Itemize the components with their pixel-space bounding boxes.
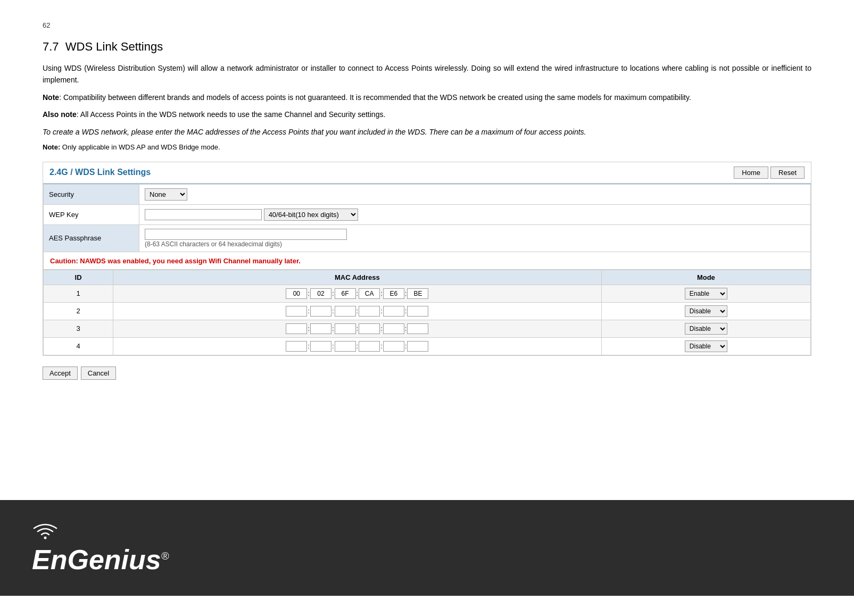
mac-octet-input[interactable]	[359, 341, 380, 352]
mac-table-row: 2:::::EnableDisable	[44, 302, 811, 320]
mac-octet-input[interactable]	[407, 323, 428, 334]
mac-separator: :	[356, 289, 359, 297]
caution-row: Caution: NAWDS was enabled, you need ass…	[43, 252, 811, 270]
page-number: 62	[43, 21, 811, 29]
section-title: 7.7 WDS Link Settings	[43, 40, 811, 54]
reset-button[interactable]: Reset	[770, 167, 805, 179]
mac-address-table: ID MAC Address Mode 1:::::EnableDisable2…	[43, 270, 811, 355]
note2-text: : All Access Points in the WDS network n…	[77, 110, 386, 119]
intro-paragraph: Using WDS (Wireless Distribution System)…	[43, 62, 811, 86]
header-buttons: Home Reset	[734, 167, 805, 179]
mac-octet-input[interactable]	[310, 341, 331, 352]
svg-point-0	[44, 536, 47, 539]
accept-button[interactable]: Accept	[43, 367, 78, 380]
mac-octet-input[interactable]	[286, 323, 307, 334]
mac-octets-cell: :::::	[113, 320, 602, 337]
mac-separator: :	[332, 342, 334, 350]
aes-input[interactable]	[145, 229, 347, 240]
security-label: Security	[44, 184, 139, 204]
mac-octet-input[interactable]	[310, 288, 331, 299]
smallnote-text: Only applicable in WDS AP and WDS Bridge…	[60, 143, 220, 151]
mac-octet-input[interactable]	[407, 306, 428, 317]
mac-separator: :	[332, 289, 334, 297]
mac-separator: :	[405, 342, 407, 350]
mac-table-header: ID MAC Address Mode	[44, 270, 811, 285]
mac-octet-input[interactable]	[383, 341, 404, 352]
mac-separator: :	[356, 324, 359, 332]
mac-octet-input[interactable]	[383, 306, 404, 317]
panel-header: 2.4G / WDS Link Settings Home Reset	[43, 162, 811, 184]
wep-label: WEP Key	[44, 204, 139, 224]
col-id: ID	[44, 270, 113, 285]
col-mac: MAC Address	[113, 270, 602, 285]
section-number: 7.7	[43, 40, 59, 53]
home-button[interactable]: Home	[734, 167, 768, 179]
mac-octet-input[interactable]	[286, 288, 307, 299]
mac-octet-input[interactable]	[335, 341, 356, 352]
smallnote-bold: Note:	[43, 143, 60, 151]
mac-octet-input[interactable]	[359, 288, 380, 299]
mac-separator: :	[308, 307, 310, 315]
mac-octet-input[interactable]	[286, 306, 307, 317]
footer: EnGenius®	[0, 500, 854, 596]
mode-select[interactable]: EnableDisable	[685, 288, 727, 299]
logo-registered: ®	[161, 550, 169, 561]
italic-paragraph: To create a WDS network, please enter th…	[43, 126, 811, 138]
mac-separator: :	[380, 324, 383, 332]
mac-octet-input[interactable]	[359, 323, 380, 334]
mac-octet-input[interactable]	[310, 323, 331, 334]
section-heading: WDS Link Settings	[65, 40, 163, 53]
page-content: 62 7.7 WDS Link Settings Using WDS (Wire…	[0, 0, 854, 500]
mac-octets-cell: :::::	[113, 302, 602, 320]
mac-separator: :	[405, 324, 407, 332]
wep-bits-select[interactable]: 40/64-bit(10 hex digits) 104/128-bit(26 …	[264, 209, 358, 221]
mac-table-row: 1:::::EnableDisable	[44, 285, 811, 302]
mac-octets-cell: :::::	[113, 285, 602, 302]
mac-separator: :	[380, 289, 383, 297]
mac-octet-input[interactable]	[407, 288, 428, 299]
mac-octet-input[interactable]	[335, 288, 356, 299]
note1-text: : Compatibility between different brands…	[59, 93, 691, 102]
mac-table-row: 4:::::EnableDisable	[44, 337, 811, 355]
aes-row: AES Passphrase (8-63 ASCII characters or…	[44, 224, 811, 252]
mac-mode-cell: EnableDisable	[601, 302, 810, 320]
wep-input[interactable]	[145, 209, 262, 220]
mac-row-id: 4	[44, 337, 113, 355]
mac-separator: :	[405, 307, 407, 315]
mac-octet-input[interactable]	[310, 306, 331, 317]
security-select[interactable]: None WEP WPA	[145, 188, 187, 201]
mac-octets-cell: :::::	[113, 337, 602, 355]
mac-separator: :	[380, 307, 383, 315]
mode-select[interactable]: EnableDisable	[685, 340, 727, 352]
note1-bold: Note	[43, 93, 59, 102]
mac-octet-input[interactable]	[383, 323, 404, 334]
mac-separator: :	[332, 324, 334, 332]
mac-octet-input[interactable]	[359, 306, 380, 317]
mac-mode-cell: EnableDisable	[601, 337, 810, 355]
mac-separator: :	[308, 289, 310, 297]
col-mode: Mode	[601, 270, 810, 285]
logo-brand-text: EnGenius®	[32, 544, 169, 575]
wep-row: WEP Key 40/64-bit(10 hex digits) 104/128…	[44, 204, 811, 224]
mac-separator: :	[380, 342, 383, 350]
logo-em: EnGenius	[32, 544, 161, 575]
mac-separator: :	[332, 307, 334, 315]
cancel-button[interactable]: Cancel	[81, 367, 116, 380]
settings-form: Security None WEP WPA WEP Key 40/64-bit(…	[43, 184, 811, 252]
mac-separator: :	[405, 289, 407, 297]
mac-row-id: 1	[44, 285, 113, 302]
mac-row-id: 3	[44, 320, 113, 337]
mac-octet-input[interactable]	[383, 288, 404, 299]
note2: Also note: All Access Points in the WDS …	[43, 109, 811, 120]
note2-bold: Also note	[43, 110, 77, 119]
mac-octet-input[interactable]	[407, 341, 428, 352]
logo: EnGenius®	[32, 523, 169, 573]
mode-select[interactable]: EnableDisable	[685, 323, 727, 335]
mac-octet-input[interactable]	[335, 323, 356, 334]
mac-octet-input[interactable]	[335, 306, 356, 317]
mac-mode-cell: EnableDisable	[601, 320, 810, 337]
mode-select[interactable]: EnableDisable	[685, 305, 727, 317]
security-value-cell: None WEP WPA	[139, 184, 811, 204]
mac-separator: :	[308, 342, 310, 350]
mac-octet-input[interactable]	[286, 341, 307, 352]
